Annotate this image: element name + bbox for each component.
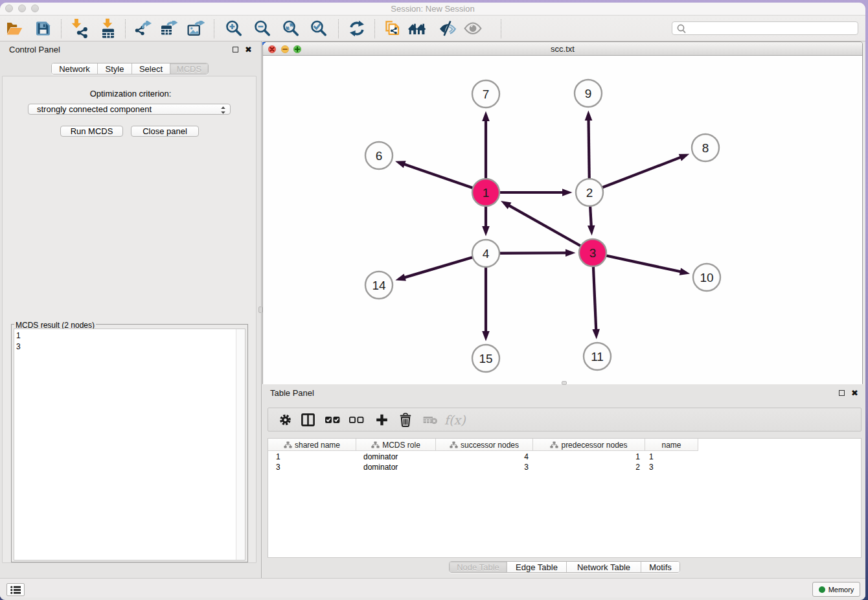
import-network-icon[interactable] [71,18,88,39]
toolbar-separator [338,19,339,38]
svg-text:9: 9 [585,87,592,100]
toolbar-separator [214,19,214,38]
toolbar-separator [374,19,375,38]
result-scrollbar[interactable] [236,329,245,560]
graph-node-11[interactable]: 11 [584,343,611,370]
svg-text:8: 8 [702,141,709,155]
select-all-icon[interactable] [325,416,340,424]
toolbar-separator [501,19,501,38]
table-cell: 1 [533,452,645,462]
graph-node-7[interactable]: 7 [472,80,499,108]
mcds-result-area[interactable]: 1 3 [14,329,246,560]
mcds-result-lines: 1 3 [16,330,21,352]
column-header-shared-name[interactable]: shared name [268,439,356,451]
export-image-icon[interactable] [187,21,205,36]
column-header-predecessor-nodes[interactable]: predecessor nodes [533,439,645,451]
main-toolbar [0,16,865,41]
table-options-icon[interactable] [279,413,291,426]
svg-text:7: 7 [483,87,490,101]
show-eye-icon[interactable] [464,22,482,35]
tab-network[interactable]: Network [52,63,98,74]
tab-motifs[interactable]: Motifs [641,562,680,572]
float-panel-icon[interactable] [233,47,238,52]
hide-selected-icon[interactable] [439,20,457,36]
tab-edge-table[interactable]: Edge Table [507,562,567,572]
zoom-fit-icon[interactable] [282,19,300,37]
table-cell: dominator [356,452,436,462]
table-cell: dominator [356,462,436,472]
network-window-titlebar[interactable]: scc.txt [263,42,862,56]
graph-node-14[interactable]: 14 [365,271,393,299]
graph-node-2[interactable]: 2 [576,179,603,206]
tab-mcds[interactable]: MCDS [170,63,208,74]
column-header-successor-nodes[interactable]: successor nodes [436,439,533,451]
graph-node-1[interactable]: 1 [472,179,499,206]
table-cell: 4 [436,452,533,462]
graph-node-15[interactable]: 15 [472,345,499,372]
column-header-MCDS-role[interactable]: MCDS role [356,439,436,451]
close-panel-button[interactable]: Close panel [131,126,199,137]
duplicate-network-icon[interactable] [383,19,400,38]
table-toolbar: f(x) [268,408,862,432]
graph-node-8[interactable]: 8 [692,134,719,161]
export-table-icon[interactable] [160,21,178,36]
delete-row-icon[interactable] [400,413,411,427]
window-title: Session: New Session [0,4,865,14]
graph-node-6[interactable]: 6 [365,142,393,169]
optimization-criterion-label: Optimization criterion: [0,89,261,98]
control-panel-title: Control Panel [9,45,60,54]
export-network-icon[interactable] [134,21,152,36]
deselect-all-icon[interactable] [349,416,364,424]
graph-node-3[interactable]: 3 [579,239,606,266]
zoom-selected-icon[interactable] [310,19,328,37]
show-column-icon[interactable] [301,413,315,426]
tab-network-table[interactable]: Network Table [567,562,641,572]
import-table-icon[interactable] [99,18,116,38]
tab-style[interactable]: Style [98,63,132,74]
frame-resize-corner[interactable] [262,42,266,45]
save-session-icon[interactable] [35,20,51,36]
add-row-icon[interactable] [376,413,388,426]
table-tabs: Node TableEdge TableNetwork TableMotifs [449,561,680,573]
dropdown-arrows-icon [220,105,226,115]
task-history-button[interactable] [6,583,25,596]
network-graph: 1234678910111415 [263,56,862,384]
function-builder-icon[interactable]: f(x) [444,413,466,427]
show-all-networks-icon[interactable] [408,21,426,36]
table-row[interactable]: 1dominator411 [268,452,698,462]
svg-text:3: 3 [589,246,597,260]
svg-text:10: 10 [700,271,713,284]
delete-table-icon[interactable] [423,415,437,424]
table-row[interactable]: 3dominator323 [268,462,698,472]
svg-text:6: 6 [376,149,383,163]
status-bar: Memory [0,578,865,597]
tab-node-table[interactable]: Node Table [450,562,507,572]
refresh-view-icon[interactable] [348,20,365,36]
table-cell: 2 [533,462,645,472]
zoom-in-icon[interactable] [225,19,243,37]
graph-node-10[interactable]: 10 [693,264,720,291]
task-list-icon [10,586,21,594]
app-window: Session: New Session Control Panel ✖ Net… [0,3,865,600]
column-header-name[interactable]: name [645,439,698,451]
run-mcds-button[interactable]: Run MCDS [60,126,123,137]
table-cell: 3 [436,462,533,472]
criterion-value: strongly connected component [37,104,152,114]
zoom-out-icon[interactable] [254,19,271,37]
tab-select[interactable]: Select [132,63,170,74]
svg-text:11: 11 [591,350,604,363]
toolbar-separator [61,19,62,38]
close-panel-icon[interactable]: ✖ [245,47,252,52]
network-canvas[interactable]: 1234678910111415 [263,56,862,384]
graph-node-9[interactable]: 9 [575,80,602,107]
search-icon [677,24,686,34]
graph-node-4[interactable]: 4 [472,240,499,267]
table-close-icon[interactable]: ✖ [851,390,858,396]
table-cell: 1 [645,452,698,462]
search-field[interactable] [672,21,858,35]
horizontal-splitter-handle[interactable] [562,381,567,385]
criterion-dropdown[interactable]: strongly connected component [28,104,231,115]
open-session-icon[interactable] [6,21,23,36]
table-float-icon[interactable] [839,390,845,396]
memory-button[interactable]: Memory [812,582,860,597]
